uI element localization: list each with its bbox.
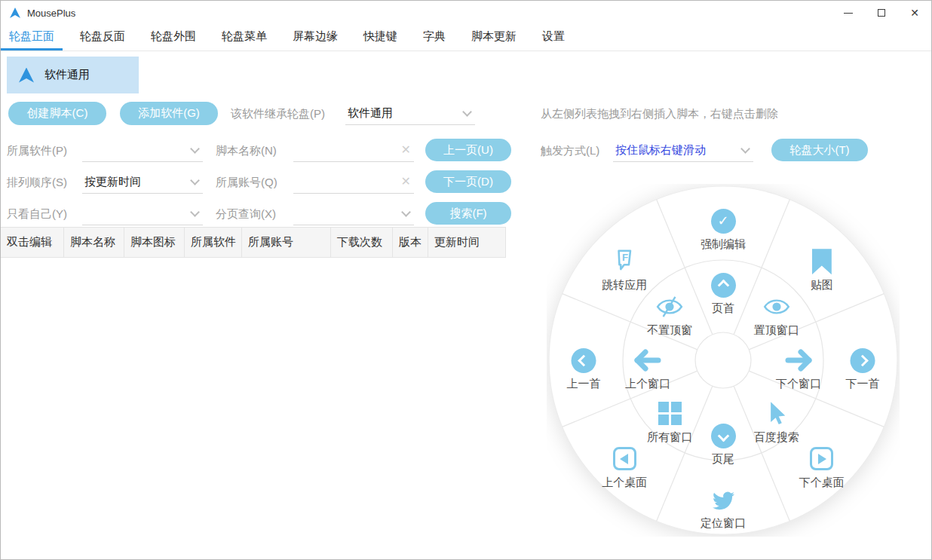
paging-query-label: 分页查询(X) xyxy=(216,202,276,225)
inherit-wheel-label: 该软件继承轮盘(P) xyxy=(231,102,325,125)
wheel-item-label: 页首 xyxy=(712,301,734,316)
tab-wheel-outer[interactable]: 轮盘外围 xyxy=(143,25,204,50)
check-circle-icon: ✓ xyxy=(710,208,736,234)
inherit-wheel-select[interactable]: 软件通用 xyxy=(345,102,475,125)
wheel-item-unpin-window[interactable]: 不置顶窗 xyxy=(647,294,692,338)
wheel-item-screenshot-pin[interactable]: 贴图 xyxy=(809,249,835,292)
inherit-wheel-value: 软件通用 xyxy=(345,106,464,121)
column-header-owner-software: 所属软件 xyxy=(185,228,242,257)
wheel-item-next-song[interactable]: 下一首 xyxy=(846,347,880,391)
wheel-item-page-top[interactable]: 页首 xyxy=(710,272,736,316)
column-header-update-time: 更新时间 xyxy=(428,228,506,257)
tab-bar: 轮盘正面轮盘反面轮盘外围轮盘菜单屏幕边缘快捷键字典脚本更新设置 xyxy=(1,25,931,51)
script-name-field: ✕ xyxy=(293,139,414,162)
next-page-button[interactable]: 下一页(D) xyxy=(425,170,511,193)
owner-account-input[interactable] xyxy=(293,176,401,188)
owner-software-select[interactable] xyxy=(82,139,203,162)
wheel-item-label: 跳转应用 xyxy=(602,278,647,292)
minimize-icon xyxy=(844,13,853,14)
wheel-item-all-windows[interactable]: 所有窗口 xyxy=(647,401,692,445)
column-header-dblclick-edit: 双击编辑 xyxy=(1,228,64,257)
create-script-button[interactable]: 创建脚本(C) xyxy=(8,102,106,125)
chevron-down-circle-icon xyxy=(710,423,736,448)
play-square-right-icon xyxy=(809,446,835,472)
wheel-item-label: 上一首 xyxy=(567,377,601,391)
chevron-down-icon xyxy=(190,144,200,154)
software-list-item-selected[interactable]: 软件通用 xyxy=(7,57,139,93)
tab-wheel-front[interactable]: 轮盘正面 xyxy=(1,25,63,50)
windows-icon xyxy=(657,401,682,427)
script-name-label: 脚本名称(N) xyxy=(216,139,277,162)
owner-account-label: 所属账号(Q) xyxy=(216,170,277,194)
wheel-item-prev-desktop[interactable]: 上个桌面 xyxy=(602,446,647,490)
maximize-button[interactable] xyxy=(865,1,898,25)
script-name-input[interactable] xyxy=(293,144,401,157)
trigger-mode-label: 触发方式(L) xyxy=(541,139,599,162)
wheel-item-label: 下个窗口 xyxy=(776,377,821,391)
column-header-script-name: 脚本名称 xyxy=(64,228,124,257)
script-table-header: 双击编辑脚本名称脚本图标所属软件所属账号下载次数版本更新时间 xyxy=(1,227,506,258)
column-header-owner-account: 所属账号 xyxy=(242,228,331,257)
app-title: MousePlus xyxy=(27,8,75,19)
wheel-item-prev-window[interactable]: 上个窗口 xyxy=(625,347,670,391)
wheel-item-label: 上个窗口 xyxy=(625,377,670,391)
wheel-item-pin-window[interactable]: 置顶窗口 xyxy=(754,294,799,338)
column-header-version: 版本 xyxy=(393,228,428,257)
order-label: 排列顺序(S) xyxy=(7,170,67,194)
owner-software-label: 所属软件(P) xyxy=(7,139,67,162)
paging-query-select[interactable] xyxy=(293,202,414,225)
eye-icon xyxy=(762,294,791,320)
trigger-mode-value: 按住鼠标右键滑动 xyxy=(613,143,742,158)
chevron-down-icon xyxy=(190,176,200,185)
close-icon: ✕ xyxy=(910,8,919,18)
wheel-item-locate-window[interactable]: 定位窗口 xyxy=(701,487,746,531)
foursquare-icon: F xyxy=(612,249,637,274)
only-mine-select[interactable] xyxy=(82,202,203,225)
wheel-item-page-bottom[interactable]: 页尾 xyxy=(710,423,736,467)
tab-dictionary[interactable]: 字典 xyxy=(415,25,454,50)
tab-wheel-menu[interactable]: 轮盘菜单 xyxy=(213,25,275,50)
order-select[interactable]: 按更新时间 xyxy=(82,170,203,194)
chevron-down-icon xyxy=(462,107,472,117)
wheel-item-label: 下个桌面 xyxy=(799,476,845,490)
tab-wheel-back[interactable]: 轮盘反面 xyxy=(72,25,133,50)
wheel-item-baidu-search[interactable]: 百度搜索 xyxy=(754,401,799,445)
wheel-item-label: 定位窗口 xyxy=(701,516,746,531)
add-software-button[interactable]: 添加软件(G) xyxy=(120,102,218,125)
owner-account-field: ✕ xyxy=(293,170,414,194)
tab-script-update[interactable]: 脚本更新 xyxy=(463,25,525,50)
arrow-right-icon xyxy=(784,347,813,373)
minimize-button[interactable] xyxy=(832,1,865,25)
wheel-item-next-desktop[interactable]: 下个桌面 xyxy=(799,446,845,490)
wheel-item-label: 置顶窗口 xyxy=(754,323,799,338)
search-button[interactable]: 搜索(F) xyxy=(425,202,511,225)
wheel-item-jump-app[interactable]: F跳转应用 xyxy=(602,249,647,292)
wheel-item-prev-song[interactable]: 上一首 xyxy=(567,347,601,391)
software-triangle-icon xyxy=(19,68,34,83)
chevron-right-circle-icon xyxy=(850,347,875,373)
wheel-item-label: 上个桌面 xyxy=(602,476,647,490)
wheel-size-button[interactable]: 轮盘大小(T) xyxy=(771,139,868,161)
clear-icon[interactable]: ✕ xyxy=(401,144,411,156)
tab-screen-edge[interactable]: 屏幕边缘 xyxy=(284,25,346,50)
close-button[interactable]: ✕ xyxy=(898,1,931,25)
wheel-menu: 页首置顶窗口下个窗口百度搜索页尾所有窗口上个窗口不置顶窗✓强制编辑贴图下一首下个… xyxy=(547,184,900,537)
chevron-down-icon xyxy=(190,207,200,217)
title-bar: MousePlus ✕ xyxy=(1,1,931,25)
prev-page-button[interactable]: 上一页(U) xyxy=(425,139,511,161)
trigger-mode-select[interactable]: 按住鼠标右键滑动 xyxy=(613,139,753,162)
window-controls: ✕ xyxy=(832,1,931,25)
wheel-item-label: 贴图 xyxy=(811,278,833,292)
wheel-item-next-window[interactable]: 下个窗口 xyxy=(776,347,821,391)
chevron-down-icon xyxy=(740,144,750,154)
chevron-left-circle-icon xyxy=(571,347,596,373)
arrow-left-icon xyxy=(633,347,662,373)
tab-hotkeys[interactable]: 快捷键 xyxy=(355,25,406,50)
wheel-item-label: 所有窗口 xyxy=(647,430,692,445)
clear-icon[interactable]: ✕ xyxy=(401,176,411,188)
tab-settings[interactable]: 设置 xyxy=(534,25,573,50)
software-item-label: 软件通用 xyxy=(44,68,90,82)
drag-hint-text: 从左侧列表拖拽到右侧插入脚本，右键点击删除 xyxy=(541,102,778,125)
eye-slash-icon xyxy=(655,294,684,320)
wheel-item-force-edit[interactable]: ✓强制编辑 xyxy=(701,208,746,252)
